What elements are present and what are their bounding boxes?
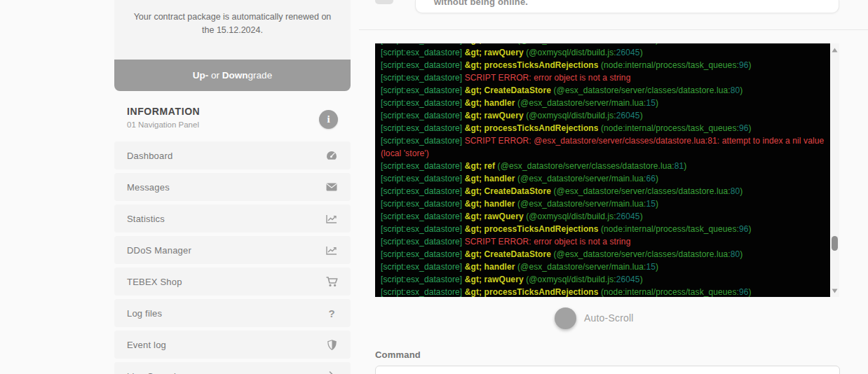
info-card-clipped: without being online. bbox=[415, 0, 839, 13]
question-icon: ? bbox=[325, 307, 338, 319]
sidebar-item-log-files[interactable]: Log files? bbox=[114, 299, 351, 327]
console-line-trace: [script:esx_datastore] &gt; CreateDataSt… bbox=[381, 84, 826, 97]
auto-scroll-label: Auto-Scroll bbox=[584, 312, 634, 324]
contract-renewal-notice: Your contract package is automatically r… bbox=[114, 0, 351, 60]
sidebar-item-label: Messages bbox=[127, 182, 170, 193]
console-line-error: [script:esx_datastore] SCRIPT ERROR: err… bbox=[381, 71, 826, 84]
information-section-header: INFORMATION 01 Navigation Panel bbox=[127, 106, 200, 129]
clipped-element-fragment bbox=[375, 0, 393, 4]
shield-icon bbox=[325, 338, 338, 351]
sidebar-item-label: Statistics bbox=[127, 214, 165, 224]
sidebar: Your contract package is automatically r… bbox=[114, 0, 351, 374]
up-or-downgrade-button[interactable]: Up- or Downgrade bbox=[114, 60, 351, 91]
upgrade-button-text-bold2: Down bbox=[222, 70, 248, 81]
command-input[interactable] bbox=[375, 366, 840, 374]
console-line-trace: [script:esx_datastore] &gt; rawQuery (@o… bbox=[381, 210, 826, 223]
tachometer-icon bbox=[325, 149, 338, 162]
console-line-trace: [script:esx_datastore] &gt; processTicks… bbox=[381, 223, 826, 235]
command-label: Command bbox=[375, 349, 421, 360]
console-line-error: [script:esx_datastore] SCRIPT ERROR: @es… bbox=[381, 134, 826, 160]
contract-notice-line2: the 15.12.2024. bbox=[114, 24, 351, 37]
sidebar-item-label: TEBEX Shop bbox=[127, 277, 182, 287]
console-line-trace: [script:esx_datastore] &gt; handler (@es… bbox=[381, 172, 826, 185]
console-line-trace: [script:esx_datastore] &gt; handler (@es… bbox=[381, 261, 826, 273]
console-line-trace: [script:esx_datastore] &gt; handler (@es… bbox=[381, 198, 826, 210]
upgrade-button-text-reg2: grade bbox=[248, 70, 273, 81]
sidebar-item-tebex-shop[interactable]: TEBEX Shop bbox=[114, 268, 351, 296]
chevron-right-icon bbox=[325, 370, 338, 374]
console-line-trace: [script:esx_datastore] &gt; processTicks… bbox=[381, 286, 826, 297]
chart-line-icon bbox=[325, 212, 338, 225]
scrollbar-thumb[interactable] bbox=[832, 236, 838, 251]
upgrade-button-text-reg1: or bbox=[208, 70, 222, 81]
sidebar-item-live-console[interactable]: Live Console bbox=[114, 362, 351, 374]
page: Your contract package is automatically r… bbox=[0, 0, 868, 374]
sidebar-item-statistics[interactable]: Statistics bbox=[114, 205, 351, 233]
sidebar-item-label: DDoS Manager bbox=[127, 245, 191, 256]
sidebar-item-dashboard[interactable]: Dashboard bbox=[114, 141, 351, 169]
sidebar-item-label: Log files bbox=[127, 308, 162, 319]
sidebar-item-messages[interactable]: Messages bbox=[114, 173, 351, 201]
console-line-trace: [script:esx_datastore] &gt; CreateDataSt… bbox=[381, 185, 826, 198]
console-line-trace: [script:esx_datastore] &gt; handler (@es… bbox=[381, 97, 826, 109]
chart-line-icon bbox=[325, 244, 338, 256]
scroll-down-arrow-icon[interactable] bbox=[830, 286, 839, 296]
console-line-trace: [script:esx_datastore] &gt; rawQuery (@o… bbox=[381, 109, 826, 122]
auto-scroll-toggle[interactable] bbox=[555, 307, 576, 329]
live-console: [script:esx_datastore] &gt; handler (@es… bbox=[375, 43, 839, 297]
console-line-trace: [script:esx_datastore] &gt; rawQuery (@o… bbox=[381, 273, 826, 286]
sidebar-item-label: Event log bbox=[127, 340, 166, 350]
cart-icon bbox=[325, 275, 338, 288]
console-line-error: [script:esx_datastore] SCRIPT ERROR: err… bbox=[381, 235, 826, 248]
console-output[interactable]: [script:esx_datastore] &gt; handler (@es… bbox=[375, 43, 830, 297]
scroll-up-arrow-icon[interactable] bbox=[830, 45, 839, 55]
upgrade-button-text-bold1: Up- bbox=[193, 70, 209, 81]
info-card-text: without being online. bbox=[434, 0, 528, 7]
info-icon[interactable]: i bbox=[319, 110, 338, 129]
contract-notice-line1: Your contract package is automatically r… bbox=[114, 11, 351, 24]
section-divider bbox=[359, 29, 868, 30]
console-line-trace: [script:esx_datastore] &gt; processTicks… bbox=[381, 122, 826, 134]
console-line-trace: [script:esx_datastore] &gt; CreateDataSt… bbox=[381, 248, 826, 261]
information-title: INFORMATION bbox=[127, 106, 200, 117]
sidebar-item-ddos-manager[interactable]: DDoS Manager bbox=[114, 236, 351, 264]
console-line-trace: [script:esx_datastore] &gt; rawQuery (@o… bbox=[381, 46, 826, 59]
sidebar-item-event-log[interactable]: Event log bbox=[114, 331, 351, 359]
console-line-trace: [script:esx_datastore] &gt; ref (@esx_da… bbox=[381, 160, 826, 172]
console-scrollbar[interactable] bbox=[830, 43, 839, 297]
console-line-trace: [script:esx_datastore] &gt; processTicks… bbox=[381, 59, 826, 71]
envelope-icon bbox=[325, 181, 338, 193]
sidebar-item-label: Live Console bbox=[127, 371, 182, 374]
navigation-panel-subtitle: 01 Navigation Panel bbox=[127, 120, 200, 129]
sidebar-item-label: Dashboard bbox=[127, 151, 172, 161]
